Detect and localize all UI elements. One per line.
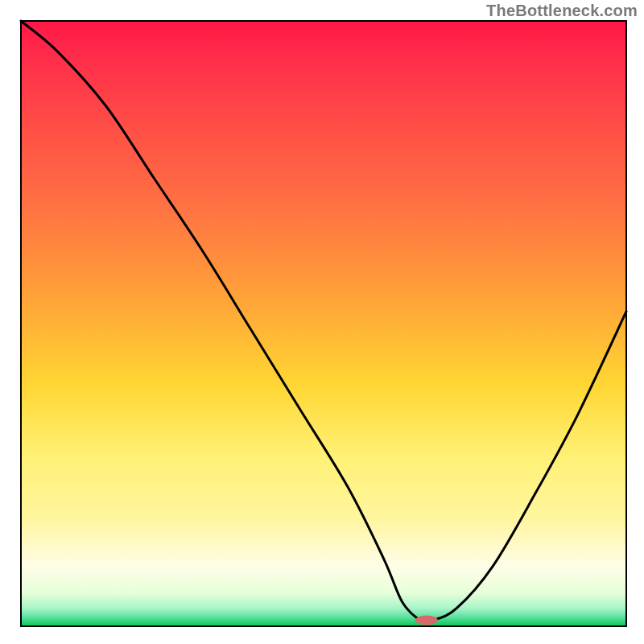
bottleneck-chart <box>0 0 644 644</box>
plot-background <box>21 21 626 626</box>
chart-container: TheBottleneck.com <box>0 0 644 644</box>
watermark-text: TheBottleneck.com <box>486 2 638 20</box>
optimal-marker <box>415 615 438 625</box>
